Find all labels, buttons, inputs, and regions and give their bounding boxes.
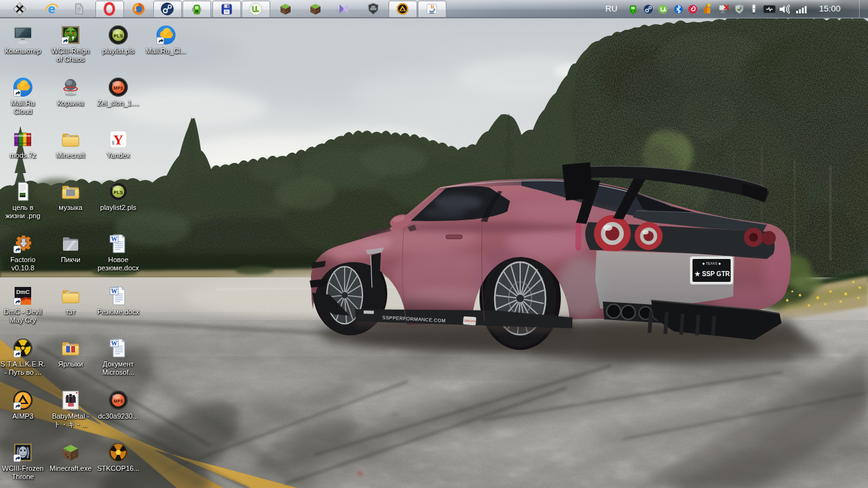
- svg-text:Y: Y: [113, 132, 123, 148]
- svg-text:DmC: DmC: [16, 289, 30, 295]
